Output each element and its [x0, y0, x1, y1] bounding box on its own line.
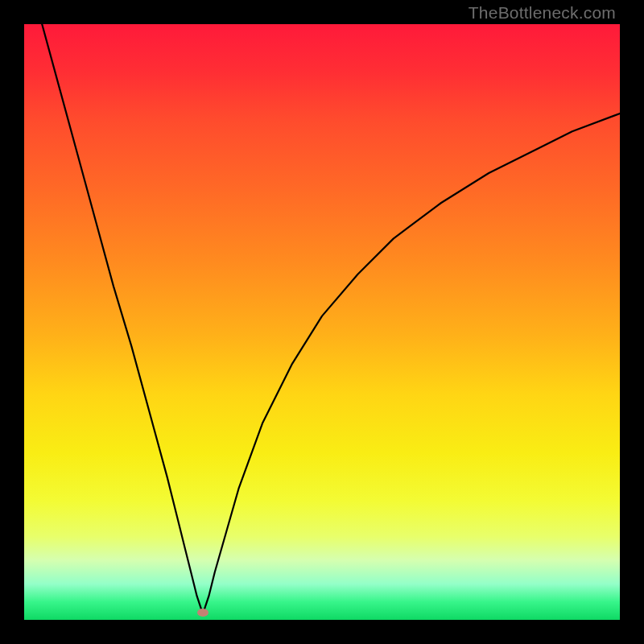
bottleneck-curve — [42, 24, 620, 614]
plot-area — [24, 24, 620, 620]
watermark-text: TheBottleneck.com — [469, 3, 616, 23]
optimal-point-marker — [197, 609, 208, 617]
curve-layer — [24, 24, 620, 620]
chart-frame: TheBottleneck.com — [0, 0, 644, 644]
